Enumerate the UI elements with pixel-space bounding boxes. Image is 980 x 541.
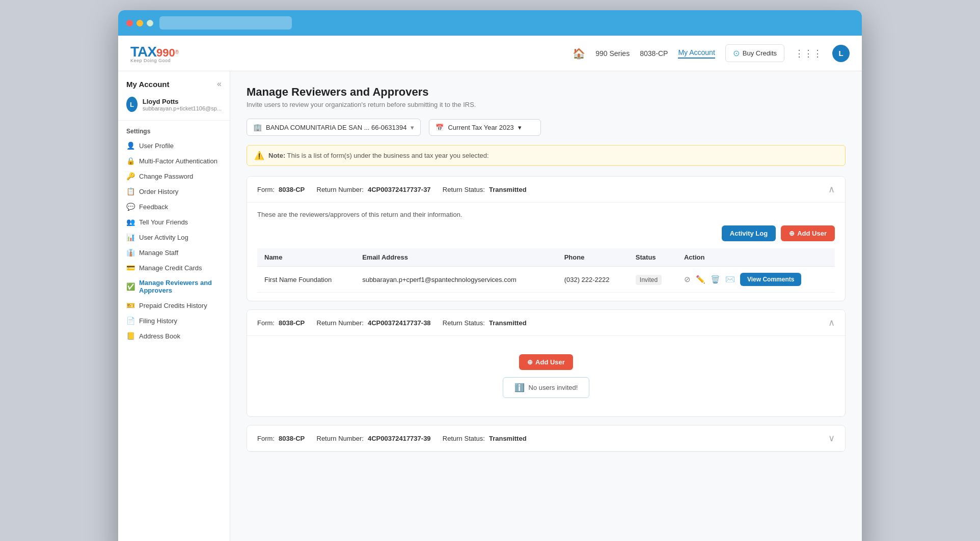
activity-log-icon: 📊 (126, 233, 134, 241)
table-row: First Name Foundation subbarayan.p+cperf… (257, 267, 835, 293)
row1-name: First Name Foundation (257, 267, 355, 293)
form1-add-user-button[interactable]: ⊕ Add User (781, 225, 835, 241)
form-card-2: Form: 8038-CP Return Number: 4CP00372417… (247, 309, 846, 417)
col-email: Email Address (355, 248, 557, 267)
row1-email: subbarayan.p+cperf1@spantechnologyservic… (355, 267, 557, 293)
buy-credits-button[interactable]: ⊙ Buy Credits (725, 44, 784, 62)
sidebar-item-filing-history-label: Filing History (139, 317, 177, 325)
form1-add-user-plus-icon: ⊕ (789, 230, 795, 237)
email-icon[interactable]: ✉️ (725, 275, 735, 284)
logo[interactable]: TAX990® Keep Doing Good (130, 44, 179, 63)
form-card-3-info: Form: 8038-CP Return Number: 4CP00372417… (257, 435, 527, 442)
collapse-sidebar-icon[interactable]: « (217, 79, 222, 89)
form-card-3-header[interactable]: Form: 8038-CP Return Number: 4CP00372417… (247, 425, 845, 451)
main-layout: My Account « L Lloyd Potts subbarayan.p+… (118, 71, 862, 541)
sidebar-item-mfa[interactable]: 🔒 Multi-Factor Authentication (118, 153, 230, 168)
form-card-2-body: ⊕ Add User ℹ️ No users invited! (247, 336, 845, 416)
app-shell: TAX990® Keep Doing Good 🏠 990 Series 803… (118, 36, 862, 541)
sidebar-item-tell-friends[interactable]: 👥 Tell Your Friends (118, 214, 230, 230)
logo-area: TAX990® Keep Doing Good (130, 44, 179, 63)
page-subtitle: Invite users to review your organization… (247, 101, 846, 108)
browser-chrome (118, 10, 862, 36)
form1-actions-row: Activity Log ⊕ Add User (257, 225, 835, 241)
delete-icon[interactable]: 🗑️ (711, 275, 720, 284)
cancel-icon[interactable]: ⊘ (684, 275, 691, 284)
sidebar-item-activity-log[interactable]: 📊 User Activity Log (118, 230, 230, 245)
sidebar-item-activity-log-label: User Activity Log (139, 234, 188, 241)
tax-year-selector[interactable]: 📅 Current Tax Year 2023 ▾ (429, 119, 541, 136)
user-details: Lloyd Potts subbarayan.p+ticket1106@sp..… (143, 98, 222, 111)
grid-icon[interactable]: ⋮⋮⋮ (795, 48, 822, 59)
form2-empty-state: ⊕ Add User ℹ️ No users invited! (257, 344, 835, 408)
sidebar-item-manage-staff-label: Manage Staff (139, 249, 178, 257)
sidebar-item-mfa-label: Multi-Factor Authentication (139, 157, 217, 165)
sidebar-item-manage-credit-cards-label: Manage Credit Cards (139, 264, 202, 272)
form2-status-label: Return Status: (443, 319, 485, 327)
top-nav: TAX990® Keep Doing Good 🏠 990 Series 803… (118, 36, 862, 71)
sidebar-avatar: L (126, 97, 138, 112)
sidebar-item-address-book[interactable]: 📒 Address Book (118, 328, 230, 344)
sidebar-item-order-history[interactable]: 📋 Order History (118, 184, 230, 199)
form-card-1-header[interactable]: Form: 8038-CP Return Number: 4CP00372417… (247, 177, 845, 203)
no-users-label: No users invited! (529, 384, 578, 391)
sidebar-item-filing-history[interactable]: 📄 Filing History (118, 313, 230, 328)
form2-return-value: 4CP00372417737-38 (368, 319, 431, 327)
manage-credit-cards-icon: 💳 (126, 264, 134, 272)
logo-990-text: 990 (156, 46, 175, 59)
form1-desc: These are the reviewers/approvers of thi… (257, 211, 835, 218)
view-comments-button[interactable]: View Comments (740, 273, 801, 286)
logo-tax-text: TAX (130, 44, 156, 60)
form2-collapse-icon[interactable]: ∧ (828, 317, 835, 328)
form2-add-user-button[interactable]: ⊕ Add User (519, 354, 573, 370)
form1-status-value: Transmitted (489, 186, 527, 193)
form2-form-value: 8038-CP (279, 319, 305, 327)
form1-status-label: Return Status: (443, 186, 485, 193)
form2-add-user-plus-icon: ⊕ (527, 358, 533, 366)
sidebar-item-manage-credit-cards[interactable]: 💳 Manage Credit Cards (118, 260, 230, 275)
buy-credits-label: Buy Credits (743, 49, 777, 57)
dot-green[interactable] (147, 20, 153, 26)
mfa-icon: 🔒 (126, 157, 134, 165)
sidebar-item-prepaid-credits[interactable]: 🎫 Prepaid Credits History (118, 298, 230, 313)
sidebar-item-manage-staff[interactable]: 👔 Manage Staff (118, 245, 230, 260)
content-area: Manage Reviewers and Approvers Invite us… (230, 71, 862, 541)
col-status: Status (629, 248, 677, 267)
settings-section-title: Settings (118, 121, 230, 138)
address-bar[interactable] (159, 16, 292, 30)
nav-8038-cp[interactable]: 8038-CP (640, 49, 668, 58)
user-email: subbarayan.p+ticket1106@sp... (143, 105, 222, 111)
sidebar-item-feedback[interactable]: 💬 Feedback (118, 199, 230, 214)
sidebar-item-tell-friends-label: Tell Your Friends (139, 218, 188, 226)
reviewers-table-header-row: Name Email Address Phone Status Action (257, 248, 835, 267)
org-selector-icon: 🏢 (253, 123, 262, 131)
form-card-2-header[interactable]: Form: 8038-CP Return Number: 4CP00372417… (247, 310, 845, 336)
nav-990-series[interactable]: 990 Series (595, 49, 630, 58)
row1-phone: (032) 222-2222 (557, 267, 629, 293)
no-users-info-icon: ℹ️ (514, 383, 525, 392)
edit-icon[interactable]: ✏️ (696, 275, 705, 284)
form3-status-value: Transmitted (489, 435, 527, 442)
address-book-icon: 📒 (126, 332, 134, 340)
browser-window: TAX990® Keep Doing Good 🏠 990 Series 803… (118, 10, 862, 541)
form-card-2-info: Form: 8038-CP Return Number: 4CP00372417… (257, 319, 527, 327)
avatar-button[interactable]: L (832, 45, 850, 62)
reviewers-table-body: First Name Foundation subbarayan.p+cperf… (257, 267, 835, 293)
form3-expand-icon[interactable]: ∨ (828, 433, 835, 444)
nav-my-account[interactable]: My Account (678, 48, 715, 59)
org-selector[interactable]: 🏢 BANDA COMUNITARIA DE SAN ... 66-063139… (247, 119, 421, 136)
form3-form-value: 8038-CP (279, 435, 305, 442)
sidebar-item-manage-reviewers[interactable]: ✅ Manage Reviewers and Approvers (118, 275, 230, 298)
home-icon[interactable]: 🏠 (573, 47, 585, 60)
sidebar-item-change-password[interactable]: 🔑 Change Password (118, 168, 230, 184)
user-info: L Lloyd Potts subbarayan.p+ticket1106@sp… (118, 93, 230, 121)
form1-collapse-icon[interactable]: ∧ (828, 184, 835, 195)
dot-yellow[interactable] (137, 20, 143, 26)
dot-red[interactable] (126, 20, 133, 26)
col-phone: Phone (557, 248, 629, 267)
form2-add-user-label: Add User (535, 358, 565, 366)
form-card-1-info: Form: 8038-CP Return Number: 4CP00372417… (257, 186, 527, 193)
activity-log-button[interactable]: Activity Log (722, 225, 776, 241)
tax-year-chevron: ▾ (518, 124, 522, 131)
row1-status: Invited (629, 267, 677, 293)
sidebar-item-user-profile[interactable]: 👤 User Profile (118, 138, 230, 153)
